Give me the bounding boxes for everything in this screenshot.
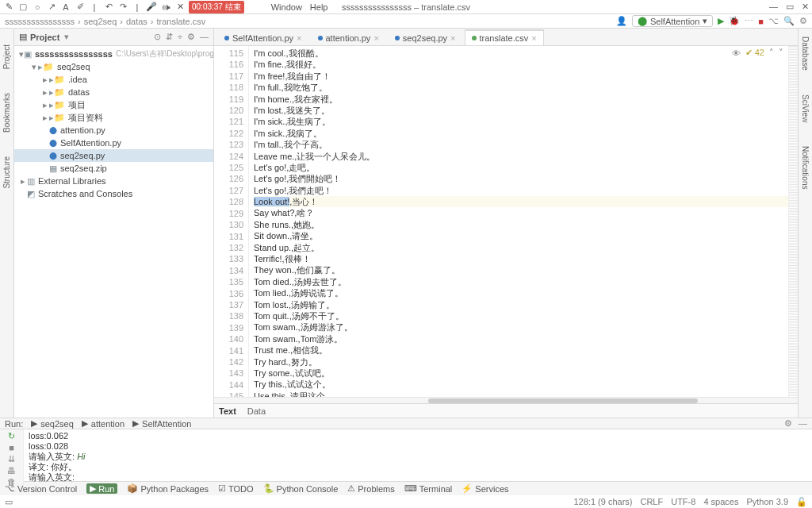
tree-item[interactable]: ⬤seq2seq.py bbox=[14, 149, 213, 162]
tree-scratches[interactable]: ◩Scratches and Consoles bbox=[14, 187, 213, 200]
rail-sciview[interactable]: SciView bbox=[801, 94, 810, 122]
editor-tab[interactable]: SelfAttention.py× bbox=[217, 29, 309, 45]
stop-icon[interactable]: ■ bbox=[9, 443, 14, 452]
rail-notifications[interactable]: Notifications bbox=[801, 146, 810, 189]
tree-item[interactable]: ▸▸📁datas bbox=[14, 86, 213, 98]
close-tab-icon[interactable]: × bbox=[531, 33, 536, 43]
editor-gutter[interactable]: 1151161171181191201211221231241251261271… bbox=[214, 46, 249, 397]
run-config-selector[interactable]: ⬤SelfAttention ▾ bbox=[632, 15, 713, 27]
circle-icon[interactable]: ○ bbox=[32, 2, 43, 13]
project-view-dropdown[interactable]: ▾ bbox=[64, 32, 69, 42]
recording-badge[interactable]: 00:03:37 结束 bbox=[189, 1, 244, 13]
tool-window-button[interactable]: 📦 Python Packages bbox=[127, 483, 209, 494]
run-tab[interactable]: ▶ attention bbox=[82, 418, 124, 429]
collapse-icon[interactable]: ÷ bbox=[178, 32, 182, 42]
breadcrumb-part[interactable]: datas bbox=[126, 17, 147, 26]
close-rec-icon[interactable]: ✕ bbox=[174, 2, 186, 13]
eye-icon[interactable]: 👁 bbox=[732, 48, 741, 58]
tool-window-button[interactable]: ⌨ Terminal bbox=[404, 483, 453, 494]
select-opened-icon[interactable]: ⊙ bbox=[154, 32, 161, 42]
breadcrumb-part[interactable]: seq2seq bbox=[84, 17, 117, 26]
maximize-icon[interactable]: ▭ bbox=[786, 2, 794, 12]
warning-count[interactable]: ✔ 42 bbox=[745, 48, 764, 58]
editor-tab[interactable]: translate.csv× bbox=[465, 29, 544, 45]
square-icon[interactable]: ▢ bbox=[17, 2, 29, 13]
hide-icon[interactable]: — bbox=[799, 418, 807, 429]
csv-tab-text[interactable]: Text bbox=[219, 406, 236, 416]
gear-icon[interactable]: ⚙ bbox=[799, 16, 807, 26]
mic-icon[interactable]: 🎤 bbox=[146, 2, 157, 13]
down-icon[interactable]: ⇊ bbox=[8, 454, 15, 464]
rail-project[interactable]: Project bbox=[2, 44, 11, 69]
horizontal-scrollbar[interactable] bbox=[214, 397, 798, 403]
line-separator[interactable]: CRLF bbox=[640, 497, 663, 507]
tool-window-button[interactable]: ⚠ Problems bbox=[347, 483, 394, 494]
breadcrumb-part[interactable]: translate.csv bbox=[157, 17, 206, 26]
gear-icon[interactable]: ⚙ bbox=[784, 418, 792, 429]
redo-icon[interactable]: ↷ bbox=[117, 2, 128, 13]
rail-database[interactable]: Database bbox=[801, 37, 810, 71]
tree-item[interactable]: ▸▸📁.idea bbox=[14, 73, 213, 86]
editor-tab[interactable]: attention.py× bbox=[311, 29, 386, 45]
menu-window[interactable]: Window bbox=[271, 2, 302, 12]
readonly-icon[interactable]: 🔓 bbox=[796, 497, 807, 507]
highlight-icon[interactable]: ✐ bbox=[75, 2, 86, 13]
run-icon[interactable]: ▶ bbox=[718, 16, 724, 26]
csv-tab-data[interactable]: Data bbox=[247, 406, 266, 416]
tree-external-libraries[interactable]: ▸▥External Libraries bbox=[14, 175, 213, 187]
interpreter[interactable]: Python 3.9 bbox=[746, 497, 788, 507]
pencil-icon[interactable]: ✎ bbox=[3, 2, 14, 13]
gear-icon[interactable]: ⚙ bbox=[187, 32, 195, 42]
tool-icon: 🐍 bbox=[263, 483, 274, 494]
expand-icon[interactable]: ⇵ bbox=[166, 32, 173, 42]
menu-help[interactable]: Help bbox=[310, 2, 328, 12]
tool-window-button[interactable]: ⚡ Services bbox=[462, 483, 508, 494]
rail-bookmarks[interactable]: Bookmarks bbox=[2, 93, 11, 133]
undo-icon[interactable]: ↶ bbox=[103, 2, 114, 13]
rerun-icon[interactable]: ↻ bbox=[8, 431, 15, 441]
editor-tab[interactable]: seq2seq.py× bbox=[388, 29, 463, 45]
project-tree[interactable]: ▾▣ssssssssssssssssC:\Users\吉祥\Desktop\pr… bbox=[14, 46, 213, 418]
stop-icon[interactable]: ■ bbox=[758, 17, 764, 26]
user-icon[interactable]: 👤 bbox=[616, 16, 627, 26]
hide-icon[interactable]: — bbox=[200, 32, 209, 42]
status-icon[interactable]: ▭ bbox=[5, 497, 13, 507]
git-icon[interactable]: ⌥ bbox=[768, 16, 779, 26]
run-tab[interactable]: ▶ SelfAttention bbox=[132, 418, 191, 429]
minimap[interactable] bbox=[788, 46, 798, 397]
chevron-down-icon[interactable]: ˅ bbox=[779, 48, 783, 58]
breadcrumb-part[interactable]: ssssssssssssssss bbox=[5, 17, 75, 26]
file-encoding[interactable]: UTF-8 bbox=[671, 497, 695, 507]
speaker-icon[interactable]: 🕪 bbox=[160, 2, 171, 13]
tool-window-button[interactable]: ☑ TODO bbox=[218, 483, 254, 494]
tree-item[interactable]: ▸▸📁项目资料 bbox=[14, 111, 213, 124]
tree-item[interactable]: ▸▸📁项目 bbox=[14, 98, 213, 111]
editor-content[interactable]: I'm cool.,我很酷。I'm fine.,我很好。I'm free!,我自… bbox=[249, 46, 788, 397]
indent-setting[interactable]: 4 spaces bbox=[703, 497, 738, 507]
minimize-icon[interactable]: — bbox=[769, 2, 778, 12]
tree-item[interactable]: ⬤SelfAttention.py bbox=[14, 137, 213, 149]
debug-icon[interactable]: 🐞 bbox=[729, 16, 740, 26]
print-icon[interactable]: 🖶 bbox=[7, 466, 16, 475]
close-icon[interactable]: ✕ bbox=[802, 2, 809, 12]
tool-window-button[interactable]: ⌥ Version Control bbox=[5, 483, 77, 494]
run-output[interactable]: loss:0.062loss:0.028请输入英文: Hi译文: 你好。请输入英… bbox=[24, 429, 812, 487]
tree-item[interactable]: ⬤attention.py bbox=[14, 124, 213, 137]
text-icon[interactable]: A bbox=[60, 2, 71, 13]
inspection-widget[interactable]: 👁 ✔ 42 ˄ ˅ bbox=[732, 48, 783, 58]
rail-structure[interactable]: Structure bbox=[2, 156, 11, 189]
tree-root[interactable]: ▾▣ssssssssssssssssC:\Users\吉祥\Desktop\pr… bbox=[14, 48, 213, 60]
chevron-up-icon[interactable]: ˄ bbox=[769, 48, 774, 58]
tree-item[interactable]: ▾▸📁seq2seq bbox=[14, 60, 213, 73]
close-tab-icon[interactable]: × bbox=[373, 33, 378, 43]
tree-item[interactable]: ▦seq2seq.zip bbox=[14, 162, 213, 175]
close-tab-icon[interactable]: × bbox=[297, 33, 301, 43]
close-tab-icon[interactable]: × bbox=[450, 33, 455, 43]
search-icon[interactable]: 🔍 bbox=[783, 16, 795, 26]
run-tab[interactable]: ▶ seq2seq bbox=[31, 418, 74, 429]
tool-window-button[interactable]: ▶ Run bbox=[86, 483, 117, 494]
arrow-icon[interactable]: ↗ bbox=[46, 2, 57, 13]
cursor-position[interactable]: 128:1 (9 chars) bbox=[573, 497, 632, 507]
more-icon[interactable]: ⋯ bbox=[745, 16, 753, 26]
tool-window-button[interactable]: 🐍 Python Console bbox=[263, 483, 339, 494]
